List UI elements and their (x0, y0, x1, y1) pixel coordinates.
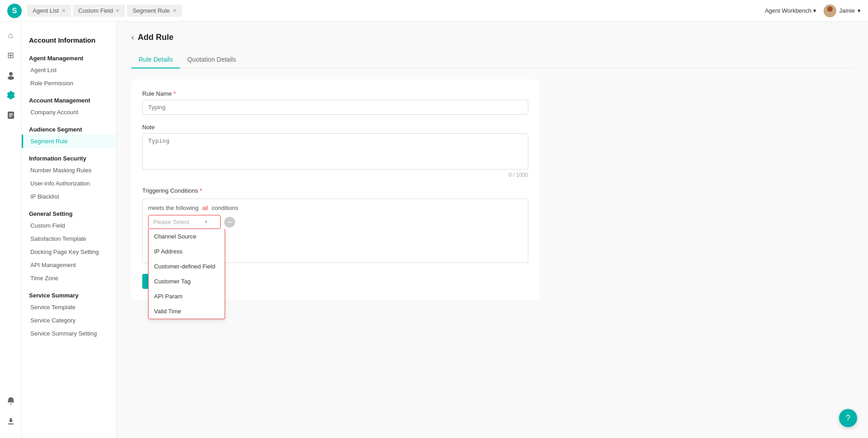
triggering-conditions-label: Triggering Conditions * (142, 187, 528, 194)
tab-custom-field-close[interactable]: ✕ (116, 8, 120, 14)
tab-segment-rule[interactable]: Segment Rule ✕ (127, 5, 182, 17)
svg-point-1 (825, 12, 834, 17)
sidebar-icon-grid[interactable]: ⊞ (3, 47, 19, 63)
tab-agent-list-close[interactable]: ✕ (62, 8, 66, 14)
back-button[interactable]: ‹ (131, 33, 134, 42)
dropdown-item-customer-defined-field[interactable]: Customer-defined Field (149, 259, 225, 274)
tab-agent-list-label: Agent List (33, 7, 59, 14)
svg-point-0 (827, 6, 833, 12)
nav-sidebar: Account Information Agent Management Age… (22, 22, 117, 438)
remove-condition-button[interactable]: − (224, 217, 235, 228)
note-counter: 0 / 1000 (142, 172, 528, 178)
conditions-box: meets the following all conditions Pleas… (142, 199, 528, 263)
topbar: S Agent List ✕ Custom Field ✕ Segment Ru… (0, 0, 868, 22)
nav-item-number-masking[interactable]: Number Masking Rules (22, 164, 116, 177)
svg-point-2 (9, 72, 13, 76)
sidebar-icon-book[interactable] (3, 107, 19, 123)
page-title: Add Rule (138, 33, 174, 42)
tab-custom-field[interactable]: Custom Field ✕ (73, 5, 125, 17)
tab-segment-rule-close[interactable]: ✕ (173, 8, 177, 14)
dropdown-item-channel-source[interactable]: Channel Source (149, 229, 225, 244)
triggering-conditions-group: Triggering Conditions * meets the follow… (142, 187, 528, 263)
user-avatar (824, 5, 836, 17)
condition-header-row: meets the following all conditions (148, 204, 522, 211)
section-service-summary: Service Summary (22, 288, 116, 301)
sidebar-icon-person[interactable] (3, 67, 19, 83)
user-chevron: ▾ (858, 7, 861, 14)
tab-quotation-details[interactable]: Quotation Details (180, 51, 243, 68)
nav-item-ip-blacklist[interactable]: IP Blacklist (22, 190, 116, 203)
sidebar-icon-bell[interactable] (3, 393, 19, 409)
nav-item-service-template[interactable]: Service Template (22, 301, 116, 314)
tab-bar-top: Agent List ✕ Custom Field ✕ Segment Rule… (27, 5, 182, 17)
nav-item-api-management[interactable]: API Management (22, 258, 116, 272)
tab-agent-list[interactable]: Agent List ✕ (27, 5, 71, 17)
section-general-setting: General Setting (22, 207, 116, 219)
rule-tab-bar: Rule Details Quotation Details (131, 51, 854, 68)
icon-sidebar: ⌂ ⊞ (0, 22, 22, 438)
main-layout: ⌂ ⊞ Account Information Agent Management… (0, 22, 868, 438)
rule-form: Rule Name * Note 0 / 1000 Triggering Con… (131, 79, 539, 300)
condition-select-trigger[interactable]: Please Select ▾ (148, 215, 221, 229)
conditions-text: conditions (212, 204, 238, 211)
nav-item-company-account[interactable]: Company Account (22, 106, 116, 119)
rule-name-label: Rule Name * (142, 90, 528, 97)
nav-item-agent-list[interactable]: Agent List (22, 63, 116, 77)
section-agent-management: Agent Management (22, 51, 116, 63)
rule-name-required: * (174, 90, 176, 97)
dropdown-item-valid-time[interactable]: Valid Time (149, 304, 225, 319)
rule-name-group: Rule Name * (142, 90, 528, 115)
page-header: ‹ Add Rule (131, 33, 854, 42)
agent-workbench-label: Agent Workbench (765, 7, 811, 14)
nav-item-service-category[interactable]: Service Category (22, 314, 116, 327)
meets-text: meets the following (148, 204, 198, 211)
sidebar-icon-settings[interactable] (3, 87, 19, 103)
nav-item-user-info-auth[interactable]: User-info Authorization (22, 177, 116, 190)
dropdown-item-api-param[interactable]: API Param (149, 289, 225, 304)
nav-item-role-permission[interactable]: Role Permission (22, 77, 116, 90)
select-placeholder-label: Please Select (153, 219, 189, 225)
condition-dropdown-menu: Channel Source IP Address Customer-defin… (148, 229, 225, 319)
app-logo: S (7, 4, 22, 18)
note-label: Note (142, 124, 528, 131)
nav-item-satisfaction-template[interactable]: Satisfaction Template (22, 232, 116, 245)
nav-item-service-summary-setting[interactable]: Service Summary Setting (22, 327, 116, 340)
nav-item-docking-page-key[interactable]: Docking Page Key Setting (22, 245, 116, 258)
account-information-title: Account Information (22, 33, 116, 48)
all-text: all (202, 204, 208, 211)
sidebar-icon-home[interactable]: ⌂ (3, 27, 19, 44)
topbar-left: S Agent List ✕ Custom Field ✕ Segment Ru… (7, 4, 182, 18)
nav-item-custom-field[interactable]: Custom Field (22, 219, 116, 232)
topbar-right: Agent Workbench ▾ Jamie ▾ (765, 5, 861, 17)
sidebar-icon-download[interactable] (3, 413, 19, 429)
agent-workbench-chevron: ▾ (813, 7, 816, 14)
content-area: ‹ Add Rule Rule Details Quotation Detail… (117, 22, 868, 438)
note-textarea[interactable] (142, 133, 528, 170)
triggering-required: * (200, 187, 202, 194)
help-button[interactable]: ? (839, 409, 857, 427)
rule-name-input[interactable] (142, 100, 528, 115)
svg-point-3 (8, 76, 14, 80)
condition-select-wrapper: Please Select ▾ Channel Source IP Addres… (148, 215, 221, 229)
section-account-management: Account Management (22, 93, 116, 106)
agent-workbench-dropdown[interactable]: Agent Workbench ▾ (765, 7, 816, 14)
condition-select-row: Please Select ▾ Channel Source IP Addres… (148, 215, 522, 229)
user-menu[interactable]: Jamie ▾ (824, 5, 861, 17)
nav-item-time-zone[interactable]: Time Zone (22, 272, 116, 285)
dropdown-item-customer-tag[interactable]: Customer Tag (149, 274, 225, 289)
user-name-label: Jamie (839, 7, 855, 14)
section-audience-segment: Audience Segment (22, 122, 116, 135)
tab-custom-field-label: Custom Field (78, 7, 113, 14)
note-group: Note 0 / 1000 (142, 124, 528, 178)
nav-item-segment-rule[interactable]: Segment Rule (22, 135, 116, 148)
dropdown-item-ip-address[interactable]: IP Address (149, 244, 225, 259)
tab-segment-rule-label: Segment Rule (132, 7, 169, 14)
tab-rule-details[interactable]: Rule Details (131, 51, 180, 68)
select-chevron-icon: ▾ (205, 219, 207, 225)
section-information-security: Information Security (22, 151, 116, 164)
